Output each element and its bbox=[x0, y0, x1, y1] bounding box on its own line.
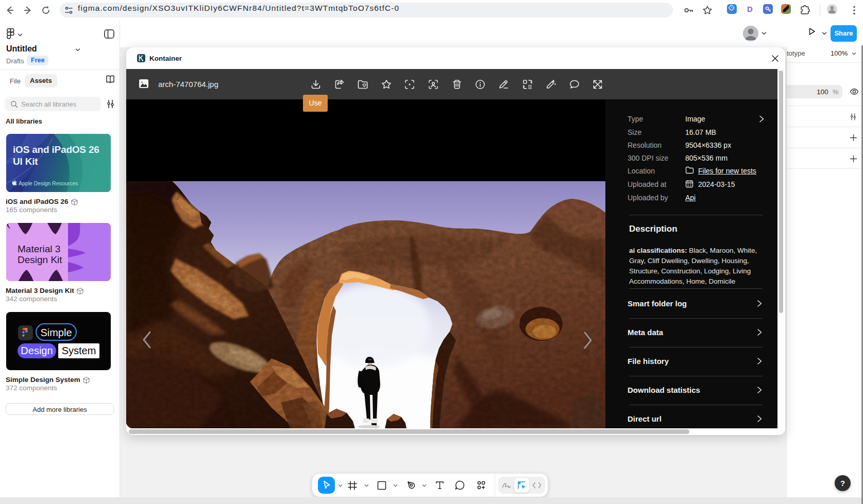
svg-text:Material 3: Material 3 bbox=[18, 244, 60, 254]
svg-text:D: D bbox=[747, 5, 753, 13]
svg-text:UI Kit: UI Kit bbox=[13, 156, 38, 167]
svg-text:iOS and iPadOS 26: iOS and iPadOS 26 bbox=[13, 144, 99, 155]
svg-text:Apple Design Resources: Apple Design Resources bbox=[19, 180, 78, 186]
svg-text:Design Kit: Design Kit bbox=[18, 254, 62, 265]
